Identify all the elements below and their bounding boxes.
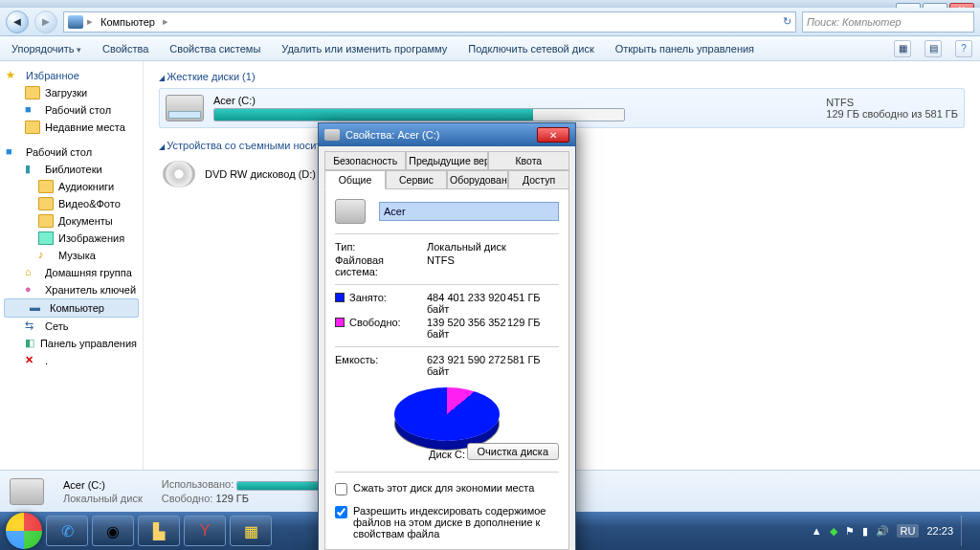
map-drive-button[interactable]: Подключить сетевой диск: [464, 41, 597, 56]
compress-checkbox[interactable]: Сжать этот диск для экономии места: [335, 482, 559, 495]
search-input[interactable]: Поиск: Компьютер: [802, 11, 974, 33]
dialog-titlebar[interactable]: Свойства: Acer (C:) ✕: [319, 123, 575, 146]
tab-security[interactable]: Безопасность: [324, 151, 406, 170]
tray-volume-icon[interactable]: 🔊: [876, 525, 889, 538]
computer-icon: [68, 15, 83, 29]
favorites-group[interactable]: ★Избранное: [0, 67, 143, 84]
hdd-icon: [324, 129, 340, 141]
taskbar-app-chrome[interactable]: ◉: [92, 516, 134, 546]
network-icon: ⇆: [25, 319, 40, 333]
sidebar-item-unknown[interactable]: ✕.: [0, 352, 143, 369]
index-checkbox[interactable]: Разрешить индексировать содержимое файло…: [335, 505, 559, 539]
folder-icon: [25, 121, 40, 134]
properties-dialog: Свойства: Acer (C:) ✕ Безопасность Преды…: [318, 122, 576, 550]
tray-network-icon[interactable]: ▮: [862, 525, 868, 538]
usage-bar: [213, 108, 625, 121]
folder-icon: [38, 180, 54, 193]
drive-fs: NTFS: [826, 97, 958, 108]
view-options-icon[interactable]: ▦: [894, 40, 911, 57]
breadcrumb-item[interactable]: Компьютер: [97, 14, 159, 30]
dvd-icon: [163, 161, 195, 187]
properties-button[interactable]: Свойства: [99, 41, 152, 56]
homegroup-icon: ⌂: [25, 266, 40, 279]
dialog-title: Свойства: Acer (C:): [345, 129, 439, 141]
system-properties-button[interactable]: Свойства системы: [166, 41, 264, 56]
libraries-icon: ▮: [25, 163, 40, 176]
drive-free: 129 ГБ свободно из 581 ГБ: [826, 108, 958, 120]
sidebar-item-library[interactable]: Документы: [0, 212, 143, 230]
tab-tools[interactable]: Сервис: [386, 170, 447, 189]
status-drive-name: Acer (C:): [63, 479, 143, 491]
sidebar-item-libraries[interactable]: ▮Библиотеки: [0, 161, 143, 178]
control-panel-icon: ◧: [25, 337, 35, 350]
tray-show-hidden-icon[interactable]: ▲: [812, 525, 822, 537]
desktop-icon: ■: [25, 103, 40, 117]
uninstall-program-button[interactable]: Удалить или изменить программу: [278, 41, 451, 56]
open-control-panel-button[interactable]: Открыть панель управления: [612, 41, 758, 56]
sidebar-item-downloads[interactable]: Загрузки: [0, 84, 143, 101]
drive-name: Acer (C:): [213, 95, 805, 106]
start-button[interactable]: [6, 513, 42, 549]
tab-panel-general: Тип:Локальный диск Файловая система:NTFS…: [324, 188, 569, 550]
folder-icon: [25, 86, 40, 99]
taskbar-app-yandex[interactable]: Y: [184, 516, 226, 546]
chevron-right-icon: ▸: [87, 15, 93, 28]
tab-general[interactable]: Общие: [324, 170, 386, 189]
error-icon: ✕: [25, 354, 40, 367]
usage-fill: [214, 109, 533, 121]
sidebar-item-homegroup[interactable]: ⌂Домашняя группа: [0, 264, 143, 281]
sidebar-item-library[interactable]: ♪Музыка: [0, 247, 143, 264]
preview-pane-icon[interactable]: ▤: [924, 40, 942, 57]
hdd-icon: [335, 199, 366, 224]
tab-previous-versions[interactable]: Предыдущие версии: [406, 151, 487, 170]
hdd-icon: [166, 95, 204, 121]
sidebar-item-library[interactable]: Изображения: [0, 230, 143, 247]
taskbar-app-skype[interactable]: ✆: [46, 516, 88, 546]
taskbar-app-totalcmd[interactable]: ▦: [230, 516, 272, 546]
computer-icon: ▬: [30, 301, 45, 315]
folder-icon: [38, 197, 54, 210]
address-bar[interactable]: ▸ Компьютер ▸ ↻: [63, 11, 796, 33]
tab-hardware[interactable]: Оборудование: [447, 170, 508, 189]
tab-sharing[interactable]: Доступ: [508, 170, 569, 189]
back-button[interactable]: ◄: [6, 11, 29, 33]
taskbar-app-explorer[interactable]: ▙: [138, 516, 180, 546]
sidebar-item-recent[interactable]: Недавние места: [0, 119, 143, 136]
used-swatch-icon: [335, 293, 345, 302]
folder-icon: [38, 214, 54, 228]
disk-cleanup-button[interactable]: Очистка диска: [467, 443, 559, 460]
sidebar-item-desktop[interactable]: ■Рабочий стол: [0, 101, 143, 119]
refresh-icon[interactable]: ↻: [783, 15, 791, 28]
sidebar-item-library[interactable]: Аудиокниги: [0, 178, 143, 195]
volume-name-input[interactable]: [379, 202, 559, 221]
show-desktop-button[interactable]: [961, 516, 969, 546]
sidebar-item-keykeeper[interactable]: ●Хранитель ключей: [0, 281, 143, 298]
tray-language[interactable]: RU: [897, 524, 920, 538]
section-hard-drives[interactable]: Жесткие диски (1): [159, 71, 965, 82]
sidebar-item-library[interactable]: Видео&Фото: [0, 195, 143, 212]
organize-button[interactable]: Упорядочить: [8, 41, 85, 56]
chevron-right-icon: ▸: [163, 15, 168, 28]
free-swatch-icon: [335, 318, 345, 327]
help-icon[interactable]: ?: [955, 40, 972, 57]
forward-button[interactable]: ►: [34, 11, 57, 33]
star-icon: ★: [6, 69, 21, 82]
window-titlebar: [0, 0, 980, 8]
command-bar: Упорядочить Свойства Свойства системы Уд…: [0, 36, 980, 61]
user-icon: ●: [25, 283, 40, 297]
desktop-icon: ■: [6, 145, 21, 159]
tray-antivirus-icon[interactable]: ◆: [830, 525, 837, 538]
dialog-close-button[interactable]: ✕: [537, 127, 569, 143]
tray-clock[interactable]: 22:23: [926, 525, 953, 537]
sidebar-item-network[interactable]: ⇆Сеть: [0, 318, 143, 335]
sidebar-item-control-panel[interactable]: ◧Панель управления: [0, 335, 143, 352]
navigation-bar: ◄ ► ▸ Компьютер ▸ ↻ Поиск: Компьютер: [0, 8, 980, 36]
tab-quota[interactable]: Квота: [488, 151, 569, 170]
pictures-icon: [38, 231, 54, 245]
tray-action-center-icon[interactable]: ⚑: [845, 525, 855, 538]
desktop-group[interactable]: ■Рабочий стол: [0, 143, 143, 161]
music-icon: ♪: [38, 249, 54, 262]
sidebar-item-computer[interactable]: ▬Компьютер: [4, 298, 139, 318]
disk-usage-pie-chart: [394, 387, 500, 441]
hdd-icon: [10, 478, 44, 505]
